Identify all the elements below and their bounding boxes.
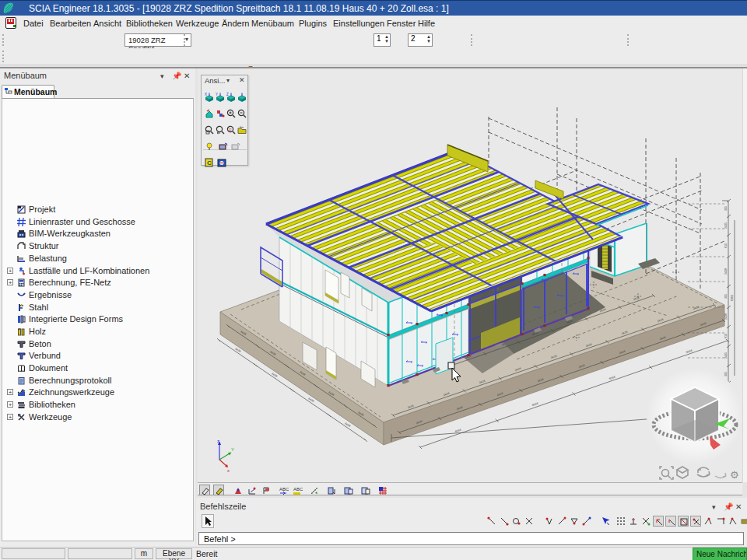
svg-text:6363: 6363 (731, 295, 734, 301)
svg-text:Z: Z (226, 93, 229, 96)
svg-text:C: C (207, 159, 212, 166)
svg-text:2435: 2435 (724, 352, 728, 359)
svg-text:x: x (227, 468, 230, 473)
svg-text:X: X (205, 93, 207, 96)
svg-text:305: 305 (724, 206, 728, 211)
svg-text:ABC: ABC (293, 487, 303, 492)
svg-text:Y: Y (231, 447, 234, 452)
svg-text:610: 610 (724, 243, 728, 248)
svg-text:2435: 2435 (724, 222, 728, 229)
svg-text:305: 305 (724, 372, 728, 376)
svg-text:⚙: ⚙ (730, 469, 739, 481)
svg-text:z: z (217, 439, 219, 443)
svg-text:305: 305 (724, 294, 728, 299)
svg-text:2438: 2438 (724, 313, 728, 320)
svg-text:Y: Y (216, 93, 218, 96)
svg-text:ABC: ABC (279, 487, 289, 492)
svg-text:610: 610 (724, 334, 728, 338)
svg-text:R: R (229, 128, 232, 132)
svg-text:2438: 2438 (724, 268, 728, 275)
